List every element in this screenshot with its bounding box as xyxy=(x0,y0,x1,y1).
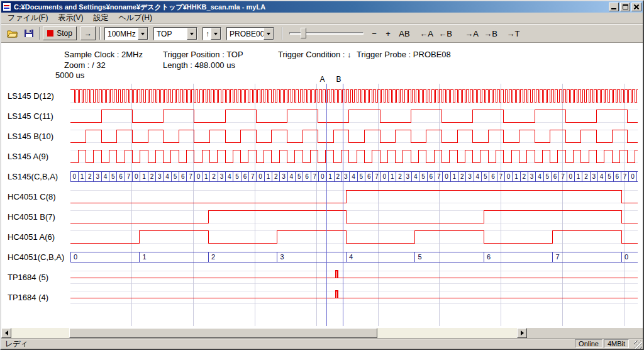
bus-value: 5 xyxy=(484,173,487,180)
channel-label: LS145(C,B,A) xyxy=(8,172,58,181)
bus-value: 1 xyxy=(204,173,208,180)
bus-value: 1 xyxy=(391,173,394,180)
dropdown-arrow-icon[interactable] xyxy=(138,28,148,40)
stop-button[interactable]: Stop xyxy=(43,26,77,40)
dropdown-arrow-icon[interactable] xyxy=(211,28,221,40)
bus-value: 3 xyxy=(344,173,348,180)
bus-value: 6 xyxy=(615,173,619,180)
bus-value: 0 xyxy=(507,173,511,180)
bus-value: 1 xyxy=(514,173,518,180)
menu-help[interactable]: ヘルプ(H) xyxy=(113,11,157,25)
channel-label: LS145 C(11) xyxy=(8,111,53,121)
sample-rate-value: 100MHz xyxy=(105,28,138,40)
open-button[interactable] xyxy=(5,26,20,40)
bus-value: 0 xyxy=(625,253,628,261)
bus-value: 1 xyxy=(328,173,332,180)
menu-file[interactable]: ファイル(F) xyxy=(3,11,53,25)
bus-value: 1 xyxy=(453,173,457,180)
zoom-in-button[interactable]: + xyxy=(382,27,394,40)
trigger-position-value: TOP xyxy=(154,28,187,40)
maximize-button[interactable] xyxy=(620,3,630,11)
app-icon xyxy=(3,3,11,11)
trigger-probe-combo[interactable]: PROBE00 xyxy=(226,27,274,40)
horizontal-scrollbar[interactable] xyxy=(1,328,527,338)
close-button[interactable] xyxy=(631,3,641,11)
bus-value: 6 xyxy=(553,173,557,180)
goto-a-left-button[interactable]: ←A xyxy=(418,27,435,40)
waveform-trace xyxy=(70,230,638,243)
bus-value: 6 xyxy=(487,253,491,261)
zoom-slider[interactable] xyxy=(289,27,364,40)
status-memory: 4MBit xyxy=(604,339,629,348)
bus-value: 6 xyxy=(305,173,309,180)
menubar: ファイル(F) 表示(V) 設定 ヘルプ(H) xyxy=(1,13,643,24)
bus-value: 7 xyxy=(313,173,317,180)
trigger-position-combo[interactable]: TOP xyxy=(153,27,197,40)
waveform-pulse xyxy=(336,291,338,298)
bus-value: 6 xyxy=(119,173,123,180)
waveform-trace xyxy=(70,190,638,203)
resize-grip[interactable] xyxy=(634,341,642,349)
ab-cursors-button[interactable]: AB xyxy=(396,27,413,40)
scroll-left-button[interactable] xyxy=(1,328,11,338)
goto-trigger-button[interactable]: →T xyxy=(504,27,522,40)
bus-value: 7 xyxy=(499,173,503,180)
menu-view[interactable]: 表示(V) xyxy=(53,11,88,25)
bus-value: 3 xyxy=(96,173,99,180)
app-window: C:¥Documents and Settings¥noname¥デスクトップ¥… xyxy=(0,0,644,350)
bus-value: 0 xyxy=(445,173,448,180)
bus-value: 7 xyxy=(623,173,627,180)
bus-value: 7 xyxy=(437,173,441,180)
toolbar-separator xyxy=(99,27,101,40)
goto-b-left-button[interactable]: ←B xyxy=(436,27,454,40)
waveform-pulse xyxy=(336,271,338,278)
goto-a-right-button[interactable]: →A xyxy=(463,27,480,40)
waveform-trace xyxy=(70,89,638,102)
dropdown-arrow-icon[interactable] xyxy=(187,28,197,40)
length-info: Length : 488.000 us xyxy=(163,60,235,70)
run-button[interactable]: → xyxy=(80,26,96,40)
maximize-icon xyxy=(623,4,628,9)
scroll-track[interactable] xyxy=(11,328,517,338)
bus-value: 2 xyxy=(523,173,526,180)
bus-value: 5 xyxy=(360,173,364,180)
waveform-trace xyxy=(70,110,638,122)
menu-settings[interactable]: 設定 xyxy=(88,11,113,25)
goto-b-right-button[interactable]: →B xyxy=(482,27,499,40)
bus-value: 3 xyxy=(530,173,534,180)
bus-value: 4 xyxy=(290,173,294,180)
bus-value: 5 xyxy=(608,173,611,180)
trigger-edge-combo[interactable]: ↑ xyxy=(203,27,221,40)
bus-value: 2 xyxy=(274,173,278,180)
bus-value: 1 xyxy=(267,173,270,180)
bus-value: 4 xyxy=(476,173,480,180)
bus-value: 5 xyxy=(297,173,301,180)
zoom-out-button[interactable]: − xyxy=(369,27,380,40)
cursor-label: B xyxy=(336,75,341,84)
minimize-button[interactable] xyxy=(609,3,619,11)
open-folder-icon xyxy=(7,29,18,38)
status-message: レディ xyxy=(5,339,575,349)
trigger-position-info: Trigger Position : TOP xyxy=(163,50,243,59)
bus-value: 3 xyxy=(158,173,162,180)
bus-value: 3 xyxy=(282,173,286,180)
sample-rate-combo[interactable]: 100MHz xyxy=(104,27,148,40)
toolbar-separator xyxy=(39,27,40,40)
dropdown-arrow-icon[interactable] xyxy=(264,28,274,40)
zoom-slider-thumb[interactable] xyxy=(301,28,306,38)
statusbar: レディ Online 4MBit xyxy=(1,338,643,349)
trigger-probe-info: Trigger Probe : PROBE08 xyxy=(357,50,451,59)
channel-label: TP1684 (5) xyxy=(8,273,48,282)
bus-value: 5 xyxy=(421,173,425,180)
save-button[interactable] xyxy=(21,26,36,40)
close-icon xyxy=(633,4,640,10)
bus-value: 0 xyxy=(74,253,77,261)
bus-value: 4 xyxy=(165,173,169,180)
scroll-right-button[interactable] xyxy=(517,328,527,338)
bus-value: 3 xyxy=(468,173,472,180)
scroll-thumb[interactable] xyxy=(69,328,377,338)
bus-value: 0 xyxy=(135,173,138,180)
waveform-trace xyxy=(70,210,638,223)
bus-value: 4 xyxy=(104,173,108,180)
bus-value: 0 xyxy=(569,173,573,180)
